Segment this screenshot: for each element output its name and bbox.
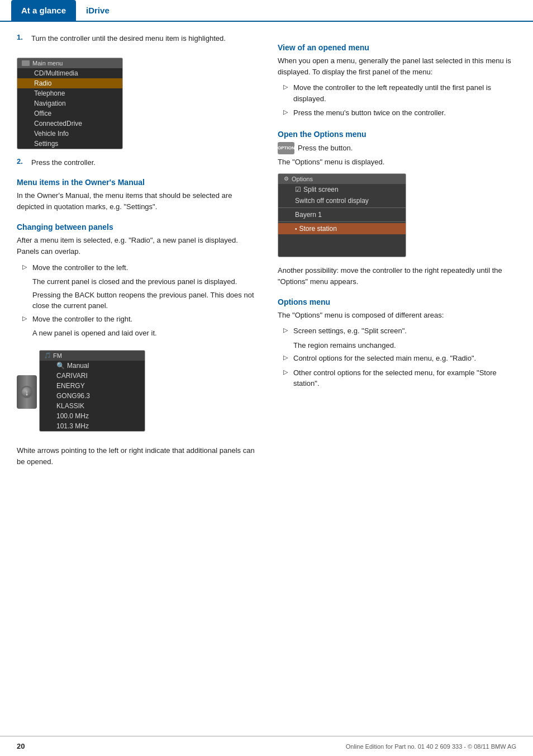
fm-item-gong: GONG96.3 xyxy=(40,391,145,401)
left-column: 1. Turn the controller until the desired… xyxy=(17,33,269,472)
bullet-opt-2: ▷ Control options for the selected main … xyxy=(283,353,516,364)
menu-item-vehicleinfo: Vehicle Info xyxy=(17,129,122,139)
bullet-opt-1-text: Screen settings, e.g. "Split screen". xyxy=(293,325,407,337)
triangle-icon-1: ▷ xyxy=(22,263,28,273)
fm-title: FM xyxy=(53,352,62,359)
menu-items-heading: Menu items in the Owner's Manual xyxy=(17,178,255,187)
fm-title-bar: 🎵 FM xyxy=(40,351,145,361)
bullet-opt-2-text: Control options for the selected main me… xyxy=(293,353,476,364)
options-button-row: OPTION Press the button. xyxy=(278,142,516,154)
options-item-store: •Store station xyxy=(278,223,406,234)
triangle-icon-o2: ▷ xyxy=(283,354,289,364)
fm-item-energy: ENERGY xyxy=(40,381,145,391)
menu-item-cd: CD/Multimedia xyxy=(17,68,122,78)
bullet-opt-3-text: Other control options for the selected m… xyxy=(293,367,516,389)
tab-idrive[interactable]: iDrive xyxy=(76,0,120,21)
fm-item-carivari: CARIVARI xyxy=(40,371,145,381)
triangle-icon-o3: ▷ xyxy=(283,368,289,389)
fm-item-manual: 🔍Manual xyxy=(40,361,145,371)
bullet-view-1: ▷ Move the controller to the left repeat… xyxy=(283,82,516,104)
press-button-text: Press the button. xyxy=(298,143,353,154)
step-2-number: 2. xyxy=(17,157,27,168)
view-opened-menu-heading: View of an opened menu xyxy=(278,43,516,52)
step-1-number: 1. xyxy=(17,33,27,44)
options-divider-2 xyxy=(278,221,406,222)
menu-icon xyxy=(22,60,30,66)
menu-items-text: In the Owner's Manual, the menu items th… xyxy=(17,190,255,212)
white-arrows-text: White arrows pointing to the left or rig… xyxy=(17,445,255,467)
menu-item-telephone: Telephone xyxy=(17,88,122,98)
options-item-switchoff: Switch off control display xyxy=(278,195,406,206)
menu-item-connecteddrive: ConnectedDrive xyxy=(17,119,122,129)
footer: 20 Online Edition for Part no. 01 40 2 6… xyxy=(0,736,533,756)
bullet-right: ▷ Move the controller to the right. xyxy=(22,314,255,325)
options-menu-mockup: ⚙ Options ☑Split screen Switch off contr… xyxy=(278,173,406,257)
bullet-right-text: Move the controller to the right. xyxy=(32,314,132,325)
menu-item-office: Office xyxy=(17,108,122,119)
options-title: Options xyxy=(292,176,313,182)
triangle-icon-v1: ▷ xyxy=(283,83,289,104)
sub-bullet-opt-1a: The region remains unchanged. xyxy=(293,340,516,351)
menu-item-navigation: Navigation xyxy=(17,98,122,108)
step-1: 1. Turn the controller until the desired… xyxy=(17,33,255,44)
changing-panels-heading: Changing between panels xyxy=(17,223,255,231)
tab-at-a-glance[interactable]: At a glance xyxy=(11,0,76,21)
tab-bar: At a glance iDrive xyxy=(0,0,533,22)
options-divider xyxy=(278,207,406,208)
menu-item-radio: Radio xyxy=(17,78,122,88)
triangle-icon-2: ▷ xyxy=(22,315,28,325)
bullet-view-1-text: Move the controller to the left repeated… xyxy=(293,82,516,104)
step-1-text: Turn the controller until the desired me… xyxy=(31,33,226,44)
sub-bullet-2a: A new panel is opened and laid over it. xyxy=(32,328,255,339)
bullet-left-text: Move the controller to the left. xyxy=(32,262,128,273)
main-menu-mockup: Main menu CD/Multimedia Radio Telephone … xyxy=(17,58,123,149)
view-opened-menu-text: When you open a menu, generally the pane… xyxy=(278,55,516,78)
options-btn-icon: OPTION xyxy=(278,142,294,154)
main-menu-title-bar: Main menu xyxy=(17,58,122,68)
options-title-bar: ⚙ Options xyxy=(278,174,406,184)
bullet-left: ▷ Move the controller to the left. xyxy=(22,262,255,273)
triangle-icon-o1: ▷ xyxy=(283,327,289,337)
bullet-view-2: ▷ Press the menu's button twice on the c… xyxy=(283,107,516,119)
options-menu-text: The "Options" menu is composed of differ… xyxy=(278,310,516,321)
bullet-opt-1: ▷ Screen settings, e.g. "Split screen". xyxy=(283,325,516,337)
content-area: 1. Turn the controller until the desired… xyxy=(0,22,533,494)
triangle-icon-v2: ▷ xyxy=(283,108,289,119)
another-possibility-text: Another possibility: move the controller… xyxy=(278,265,516,287)
copyright-text: Online Edition for Part no. 01 40 2 609 … xyxy=(346,743,516,750)
step-2-text: Press the controller. xyxy=(31,157,96,168)
sub-bullet-1a: The current panel is closed and the prev… xyxy=(32,276,255,287)
fm-item-100mhz: 100.0 MHz xyxy=(40,411,145,421)
bullet-opt-3: ▷ Other control options for the selected… xyxy=(283,367,516,389)
menu-item-settings: Settings xyxy=(17,139,122,149)
options-item-splitscreen: ☑Split screen xyxy=(278,184,406,195)
sub-bullet-1b: Pressing the BACK button reopens the pre… xyxy=(32,290,255,311)
step-2: 2. Press the controller. xyxy=(17,157,255,168)
main-menu-title: Main menu xyxy=(32,60,63,67)
options-displayed-text: The "Options" menu is displayed. xyxy=(278,157,516,168)
options-item-bayern: Bayern 1 xyxy=(278,209,406,220)
options-menu-heading: Options menu xyxy=(278,297,516,306)
bullet-view-2-text: Press the menu's button twice on the con… xyxy=(293,107,446,119)
main-menu-container: Main menu CD/Multimedia Radio Telephone … xyxy=(17,52,255,157)
open-options-heading: Open the Options menu xyxy=(278,130,516,139)
fm-menu-container: ↓ 🎵 FM 🔍Manual CARIVARI ENERGY GONG96.3 … xyxy=(17,344,255,440)
fm-item-klassik: KLASSIK xyxy=(40,401,145,411)
fm-item-101mhz: 101.3 MHz xyxy=(40,421,145,431)
fm-menu-mockup: 🎵 FM 🔍Manual CARIVARI ENERGY GONG96.3 KL… xyxy=(39,350,145,432)
changing-panels-text: After a menu item is selected, e.g. "Rad… xyxy=(17,235,255,257)
page-number: 20 xyxy=(17,742,25,750)
right-column: View of an opened menu When you open a m… xyxy=(269,33,516,472)
